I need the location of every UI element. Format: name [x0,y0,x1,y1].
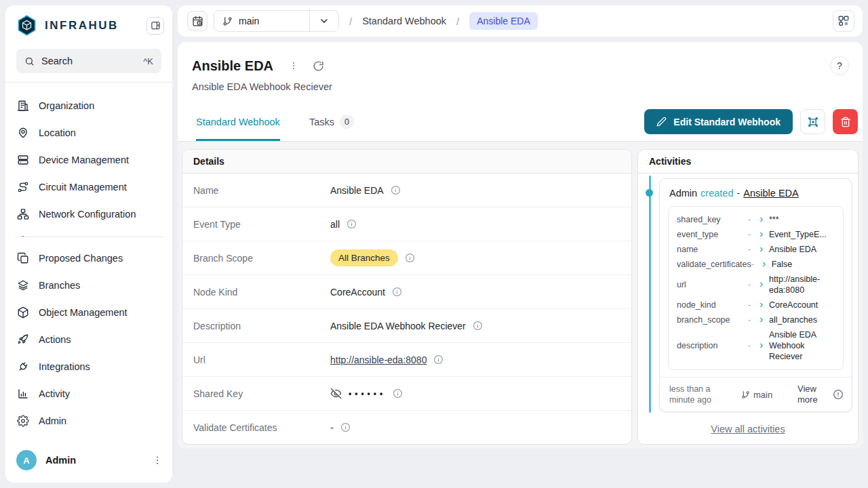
detail-value: Ansible EDA Webhook Reciever [330,321,466,331]
time-travel-button[interactable] [187,11,208,31]
detail-label: Description [193,321,330,331]
schema-icon [837,15,850,27]
change-name: shared_key [677,214,748,225]
change-old-value: - [748,244,758,255]
infrahub-logo-icon [16,14,38,37]
branch-selector[interactable]: main [214,10,339,32]
user-menu-button[interactable] [152,455,163,466]
activity-target-link[interactable]: Ansible EDA [743,188,798,199]
activity-author: Admin [669,188,697,199]
edit-webhook-button[interactable]: Edit Standard Webhook [644,109,793,134]
sidebar-item-label: Device Management [39,155,129,165]
sidebar-item-routing-peering[interactable]: Routing & Peering [5,228,172,237]
detail-value: - [330,422,334,433]
building-icon [17,100,29,112]
sidebar-item-organization[interactable]: Organization [5,92,172,119]
branch-selector-value: main [214,16,309,26]
tab-label: Standard Webhook [196,117,280,127]
eye-off-icon [330,388,342,399]
tab-standard-webhook[interactable]: Standard Webhook [196,102,280,141]
sidebar-item-label: Integrations [39,361,90,372]
chevron-down-icon [319,16,330,26]
sidebar-item-activity[interactable]: Activity [5,380,172,407]
info-icon[interactable] [391,185,401,195]
change-new-value: http://ansible-eda:8080 [769,274,835,296]
change-row: name - Ansible EDA [677,242,835,257]
sidebar-item-label: Branches [39,280,80,291]
activity-changes: shared_key - *** event_type - Event_Type… [668,206,844,370]
more-vertical-icon [152,455,163,466]
refresh-button[interactable] [313,60,324,72]
main-panel: Ansible EDA ? Ansible EDA Webhook Reciev… [178,42,863,449]
sidebar-item-proposed-changes[interactable]: Proposed Changes [5,245,172,272]
sidebar-item-label: Object Management [39,307,127,318]
info-icon[interactable] [473,321,483,331]
detail-value: CoreAccount [330,287,385,298]
sidebar-item-actions[interactable]: Actions [5,326,172,353]
sidebar-item-network-configuration[interactable]: Network Configuration [5,201,172,228]
url-link[interactable]: http://ansible-eda:8080 [330,354,427,365]
help-button[interactable]: ? [830,56,849,75]
view-more-link[interactable]: View more [797,384,827,405]
info-icon[interactable] [347,219,357,229]
change-row: node_kind - CoreAccount [677,298,835,312]
sidebar-collapse-button[interactable] [146,17,164,35]
sidebar-item-admin[interactable]: Admin [5,407,172,434]
panel-collapse-icon [151,20,161,30]
top-bar: main / Standard Webhook / Ansible EDA [178,5,863,37]
calendar-clock-icon [192,16,203,27]
activity-action: created [701,188,733,199]
sidebar-item-object-management[interactable]: Object Management [5,299,172,326]
activity-entry: Admin created - Ansible EDA shared_key -… [659,178,852,412]
change-row: description - Ansible EDA Webhook Reciev… [677,327,835,364]
change-old-value: - [748,314,758,325]
delete-button[interactable] [833,109,858,134]
sidebar-item-integrations[interactable]: Integrations [5,353,172,380]
rocket-icon [17,333,29,346]
details-title: Details [182,150,631,174]
search-input[interactable]: Search ^K [16,49,161,73]
layers-icon [17,279,29,291]
detail-value: Ansible EDA [330,185,384,196]
copy-icon [17,252,29,264]
detail-label: Url [193,354,330,365]
reveal-secret-button[interactable] [330,388,342,399]
info-icon[interactable] [393,388,403,399]
change-new-value: Event_TypeE... [769,229,835,240]
chevron-right-icon [758,216,769,223]
change-row: shared_key - *** [677,212,835,227]
tab-tasks[interactable]: Tasks 0 [309,102,354,141]
sidebar-item-device-management[interactable]: Device Management [5,146,172,174]
breadcrumb-item-badge[interactable]: Ansible EDA [469,12,538,30]
sidebar-item-label: Organization [39,100,94,111]
info-icon[interactable] [392,287,402,297]
sidebar-item-circuit-management[interactable]: Circuit Management [5,174,172,201]
network-icon [17,208,29,220]
detail-row-url: Url http://ansible-eda:8080 [182,343,631,377]
edit-button-label: Edit Standard Webhook [673,117,781,127]
detail-row-branch-scope: Branch Scope All Branches [182,241,631,275]
activity-entry-footer: less than a minute ago main View more [660,377,852,411]
sidebar-item-location[interactable]: Location [5,119,172,146]
info-icon[interactable] [833,389,844,400]
branch-selector-caret[interactable] [309,11,338,31]
info-icon[interactable] [340,422,351,432]
sidebar-user[interactable]: A Admin [5,442,172,483]
schema-button[interactable] [833,10,854,32]
activities-card: Activities Admin created - Ansible EDA s… [637,149,859,445]
view-all-activities-link[interactable]: View all activities [638,424,858,434]
breadcrumb-section[interactable]: Standard Webhook [362,16,446,26]
info-icon[interactable] [433,354,443,365]
more-vertical-icon [289,61,298,70]
sidebar-item-branches[interactable]: Branches [5,272,172,299]
activity-entry-title: Admin created - Ansible EDA [660,179,852,206]
chevron-right-icon [758,302,769,308]
change-new-value: Ansible EDA Webhook Reciever [769,329,835,362]
title-menu-button[interactable] [289,61,298,70]
manage-object-button[interactable] [800,109,825,134]
server-icon [17,154,29,166]
gear-icon [17,415,29,427]
activities-timeline: Admin created - Ansible EDA shared_key -… [638,174,858,444]
detail-label: Name [193,185,330,196]
info-icon[interactable] [405,253,415,263]
